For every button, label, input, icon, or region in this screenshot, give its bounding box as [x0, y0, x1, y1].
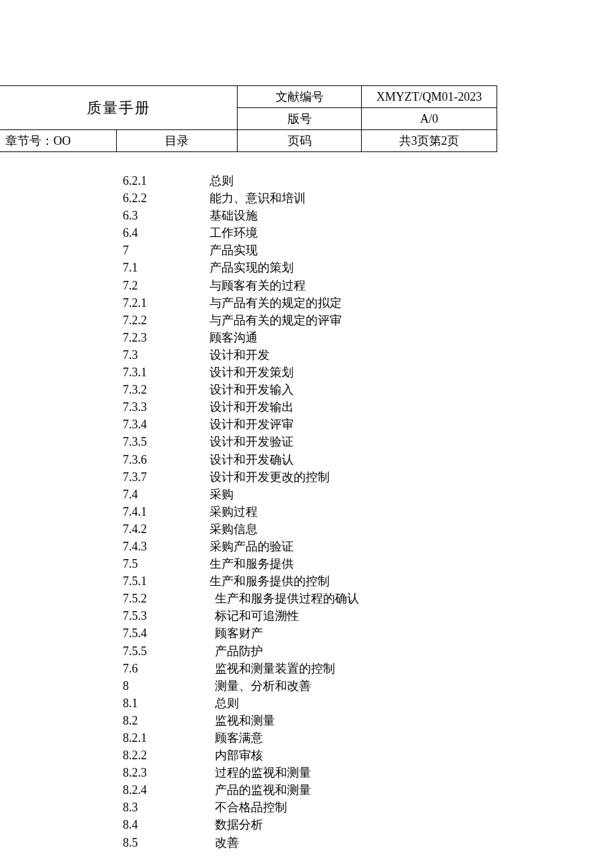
toc-number: 7.4.1 [123, 503, 210, 520]
toc-row: 7产品实现 [123, 242, 614, 259]
toc-row: 7.3.7设计和开发更改的控制 [123, 468, 614, 486]
toc-row: 8.2.3过程的监视和测量 [123, 764, 614, 781]
toc-row: 7.5.3标记和可追溯性 [123, 607, 614, 624]
chapter-label: 章节号：OO [5, 134, 71, 147]
toc-title: 标记和可追溯性 [210, 607, 614, 624]
version-value: A/0 [420, 112, 438, 125]
toc-number: 8.2.1 [123, 729, 210, 747]
manual-title-cell: 质量手册 [0, 86, 238, 130]
toc-row: 7.4.3采购产品的验证 [123, 538, 614, 555]
toc-row: 7.3.6设计和开发确认 [123, 451, 614, 468]
toc-row: 7.5生产和服务提供 [123, 555, 614, 572]
toc-title: 生产和服务提供 [210, 555, 614, 572]
toc-row: 8.2.2内部审核 [123, 747, 614, 764]
toc-title: 生产和服务提供过程的确认 [210, 590, 614, 607]
toc-title: 设计和开发输出 [210, 398, 614, 416]
toc-number: 8.2.3 [123, 764, 210, 781]
toc-row: 7.2与顾客有关的过程 [123, 277, 614, 294]
toc-title: 监视和测量装置的控制 [210, 660, 614, 677]
toc-number: 7.5.1 [123, 572, 210, 590]
toc-number: 7.5 [123, 555, 210, 572]
toc-number: 6.3 [123, 207, 210, 224]
toc-row: 6.2.2能力、意识和培训 [123, 189, 614, 207]
toc-row: 6.3基础设施 [123, 207, 614, 224]
toc-title: 采购过程 [210, 503, 614, 520]
toc-number: 7.1 [123, 259, 210, 276]
toc-title: 产品实现 [210, 242, 614, 259]
page-label-cell: 页码 [238, 130, 362, 152]
toc-number: 7.5.4 [123, 624, 210, 642]
toc-row: 7.2.1与产品有关的规定的拟定 [123, 294, 614, 312]
toc-row: 7.3.5设计和开发验证 [123, 433, 614, 450]
toc-number: 7.2.1 [123, 294, 210, 312]
toc-number: 7.3.7 [123, 468, 210, 486]
toc-number: 8.3 [123, 799, 210, 816]
toc-number: 7.4.2 [123, 520, 210, 538]
toc-number: 7 [123, 242, 210, 259]
version-label-cell: 版号 [238, 108, 362, 130]
toc-number: 8.2.4 [123, 781, 210, 799]
page-value: 共3页第2页 [399, 134, 459, 147]
toc-number: 7.2.3 [123, 329, 210, 346]
toc-number: 7.3.4 [123, 416, 210, 433]
toc-number: 7.3 [123, 346, 210, 364]
toc-row: 8.5改善 [123, 834, 614, 851]
toc-number: 7.3.3 [123, 398, 210, 416]
toc-number: 8.5 [123, 834, 210, 851]
toc-number: 7.4 [123, 486, 210, 503]
toc-title: 产品的监视和测量 [210, 781, 614, 799]
toc-title: 数据分析 [210, 816, 614, 833]
toc-number: 6.2.1 [123, 172, 210, 189]
toc-number: 7.2 [123, 277, 210, 294]
toc-row: 7.3.2设计和开发输入 [123, 381, 614, 398]
toc-row: 7.2.2与产品有关的规定的评审 [123, 312, 614, 329]
toc-number: 7.5.5 [123, 642, 210, 660]
version-label: 版号 [288, 112, 312, 125]
toc-row: 6.4工作环境 [123, 224, 614, 242]
toc-row: 7.3.3设计和开发输出 [123, 398, 614, 416]
toc-number: 8.2.2 [123, 747, 210, 764]
doc-no-value: XMYZT/QM01-2023 [376, 90, 482, 103]
toc-row: 8.4数据分析 [123, 816, 614, 833]
toc-number: 7.6 [123, 660, 210, 677]
toc-title: 产品防护 [210, 642, 614, 660]
toc-title: 采购产品的验证 [210, 538, 614, 555]
toc-number: 7.4.3 [123, 538, 210, 555]
document-header-table: 质量手册 文献编号 XMYZT/QM01-2023 版号 A/0 章节号：OO … [0, 85, 497, 152]
toc-row: 7.3.1设计和开发策划 [123, 364, 614, 381]
toc-title: 生产和服务提供的控制 [210, 572, 614, 590]
toc-title: 设计和开发策划 [210, 364, 614, 381]
toc-row: 7.1产品实现的策划 [123, 259, 614, 276]
doc-no-label-cell: 文献编号 [238, 86, 362, 108]
toc-title: 与产品有关的规定的拟定 [210, 294, 614, 312]
toc-title: 设计和开发确认 [210, 451, 614, 468]
toc-number: 8.2 [123, 712, 210, 729]
chapter-label-cell: 章节号：OO [0, 130, 116, 152]
toc-row: 7.5.1生产和服务提供的控制 [123, 572, 614, 590]
toc-title: 过程的监视和测量 [210, 764, 614, 781]
toc-row: 7.6监视和测量装置的控制 [123, 660, 614, 677]
toc-row: 7.3.4设计和开发评审 [123, 416, 614, 433]
table-of-contents: 6.2.1总则6.2.2能力、意识和培训6.3基础设施6.4工作环境7产品实现7… [123, 172, 614, 851]
toc-title: 总则 [210, 172, 614, 189]
toc-number: 6.2.2 [123, 189, 210, 207]
toc-row: 8.2.1顾客满意 [123, 729, 614, 747]
toc-row: 7.2.3顾客沟通 [123, 329, 614, 346]
manual-title: 质量手册 [87, 99, 151, 116]
doc-no-value-cell: XMYZT/QM01-2023 [361, 86, 497, 108]
toc-title: 与顾客有关的过程 [210, 277, 614, 294]
toc-number: 8.4 [123, 816, 210, 833]
toc-row: 7.5.2生产和服务提供过程的确认 [123, 590, 614, 607]
toc-row: 7.4采购 [123, 486, 614, 503]
toc-title: 设计和开发更改的控制 [210, 468, 614, 486]
toc-title: 总则 [210, 695, 614, 712]
toc-row: 7.3设计和开发 [123, 346, 614, 364]
toc-row: 8.1总则 [123, 695, 614, 712]
toc-label-cell: 目录 [116, 130, 237, 152]
toc-title: 顾客财产 [210, 624, 614, 642]
toc-row: 6.2.1总则 [123, 172, 614, 189]
toc-title: 工作环境 [210, 224, 614, 242]
toc-row: 8.2.4产品的监视和测量 [123, 781, 614, 799]
toc-title: 顾客满意 [210, 729, 614, 747]
toc-row: 7.4.1采购过程 [123, 503, 614, 520]
